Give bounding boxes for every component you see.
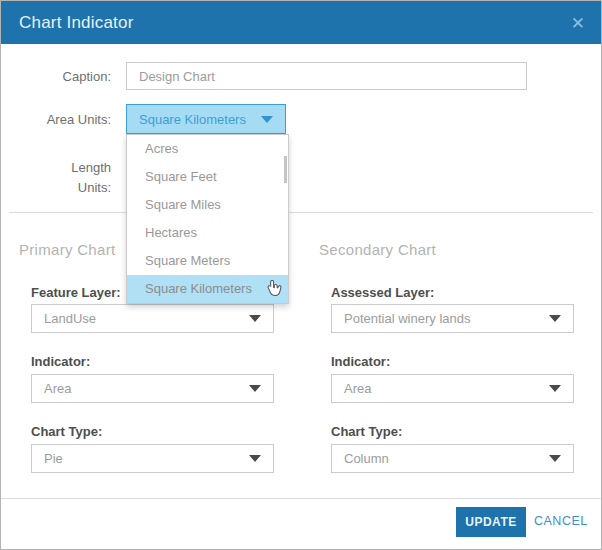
assessed-layer-value: Potential winery lands — [344, 311, 549, 326]
menu-item-square-feet[interactable]: Square Feet — [127, 163, 288, 191]
menu-item-square-meters[interactable]: Square Meters — [127, 247, 288, 275]
secondary-indicator-select[interactable]: Area — [331, 374, 574, 403]
secondary-chart-type-label: Chart Type: — [331, 424, 402, 439]
area-units-dropdown-menu: Acres Square Feet Square Miles Hectares … — [126, 134, 289, 304]
primary-chart-heading: Primary Chart — [19, 241, 115, 258]
close-icon[interactable]: ✕ — [571, 14, 585, 31]
hand-cursor-icon — [265, 280, 282, 309]
area-units-value: Square Kilometers — [139, 112, 261, 127]
length-units-label: Length Units: — [1, 158, 111, 198]
secondary-indicator-value: Area — [344, 381, 549, 396]
chevron-down-icon — [261, 116, 273, 123]
primary-chart-type-label: Chart Type: — [31, 424, 102, 439]
menu-scrollbar[interactable] — [284, 156, 287, 183]
primary-chart-type-select[interactable]: Pie — [31, 444, 274, 473]
chevron-down-icon — [549, 455, 561, 462]
menu-item-square-kilometers[interactable]: Square Kilometers — [127, 275, 288, 303]
feature-layer-value: LandUse — [44, 311, 249, 326]
cancel-button[interactable]: CANCEL — [534, 514, 588, 528]
area-units-label: Area Units: — [1, 112, 111, 127]
primary-indicator-select[interactable]: Area — [31, 374, 274, 403]
chevron-down-icon — [549, 385, 561, 392]
secondary-chart-heading: Secondary Chart — [319, 241, 436, 258]
secondary-chart-type-value: Column — [344, 451, 549, 466]
primary-indicator-label: Indicator: — [31, 354, 90, 369]
chevron-down-icon — [549, 315, 561, 322]
area-units-select[interactable]: Square Kilometers — [126, 104, 286, 134]
secondary-chart-type-select[interactable]: Column — [331, 444, 574, 473]
assessed-layer-select[interactable]: Potential winery lands — [331, 304, 574, 333]
secondary-indicator-label: Indicator: — [331, 354, 390, 369]
chevron-down-icon — [249, 385, 261, 392]
assessed-layer-label: Assessed Layer: — [331, 285, 434, 300]
menu-item-square-miles[interactable]: Square Miles — [127, 191, 288, 219]
dialog-title: Chart Indicator — [19, 13, 134, 33]
feature-layer-label: Feature Layer: — [31, 285, 121, 300]
primary-chart-type-value: Pie — [44, 451, 249, 466]
caption-label: Caption: — [1, 69, 111, 84]
chart-indicator-dialog: Chart Indicator ✕ Caption: Area Units: S… — [0, 0, 602, 550]
primary-indicator-value: Area — [44, 381, 249, 396]
update-button[interactable]: UPDATE — [456, 507, 526, 537]
chevron-down-icon — [249, 455, 261, 462]
section-divider — [9, 212, 593, 213]
menu-item-hectares[interactable]: Hectares — [127, 219, 288, 247]
feature-layer-select[interactable]: LandUse — [31, 304, 274, 333]
caption-input[interactable] — [126, 62, 527, 90]
chevron-down-icon — [249, 315, 261, 322]
menu-item-acres[interactable]: Acres — [127, 135, 288, 163]
dialog-header: Chart Indicator ✕ — [1, 1, 601, 44]
footer-divider — [1, 498, 601, 499]
menu-item-label: Square Kilometers — [145, 281, 252, 296]
